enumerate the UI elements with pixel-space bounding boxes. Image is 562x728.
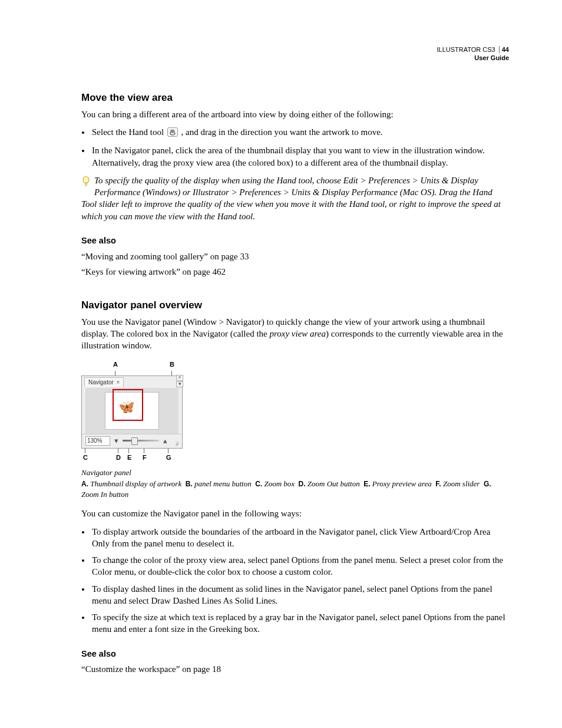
list-item: In the Navigator panel, click the area o…: [91, 144, 509, 169]
callout-label: A: [113, 360, 118, 369]
resize-grip-icon[interactable]: [173, 440, 178, 446]
callout-label: D: [116, 453, 121, 462]
legend-text: Zoom slider: [443, 479, 480, 488]
hand-tool-icon: [167, 127, 178, 140]
list-item: To display artwork outside the boundarie…: [91, 526, 509, 550]
slider-thumb[interactable]: [131, 437, 138, 445]
svg-point-1: [83, 176, 89, 183]
navigator-panel: × ▾ Navigator × 🦋 130%: [81, 375, 183, 449]
list-item: To display dashed lines in the document …: [91, 583, 509, 607]
panel-menu-icon[interactable]: ▾: [176, 381, 183, 387]
header-product: ILLUSTRATOR CS3: [437, 46, 495, 53]
navigator-figure: A B × ▾ Navigator ×: [81, 360, 185, 464]
tab-close-icon[interactable]: ×: [117, 379, 120, 386]
page-header: ILLUSTRATOR CS3 44 User Guide: [437, 46, 509, 62]
zoom-out-icon[interactable]: ▾: [113, 437, 120, 444]
list-item: To specify the size at which text is rep…: [91, 611, 509, 635]
see-also-link[interactable]: “Moving and zooming tool gallery” on pag…: [81, 251, 509, 262]
list-item: Select the Hand tool , and drag in the d…: [91, 126, 509, 140]
section2-intro: You use the Navigator panel (Window > Na…: [81, 316, 509, 352]
see-also-link[interactable]: “Keys for viewing artwork” on page 462: [81, 266, 509, 278]
header-page-number: 44: [499, 46, 509, 53]
thumbnail-display[interactable]: 🦋: [85, 388, 178, 434]
section2-customize-intro: You can customize the Navigator panel in…: [81, 508, 509, 519]
tip-text: To specify the quality of the display wh…: [81, 176, 501, 221]
artwork-thumbnail: 🦋: [118, 401, 134, 414]
section1-list: Select the Hand tool , and drag in the d…: [81, 126, 509, 169]
lightbulb-icon: [81, 176, 91, 190]
callout-label: F: [143, 453, 147, 462]
see-also-heading: See also: [81, 235, 509, 247]
close-icon[interactable]: ×: [176, 375, 183, 381]
bullet-text: Select the Hand tool: [92, 127, 166, 137]
bullet-text: , and drag in the direction you want the…: [181, 127, 383, 137]
zoom-slider[interactable]: [123, 440, 159, 442]
callout-label: B: [170, 360, 174, 369]
zoom-in-icon[interactable]: ▴: [161, 437, 169, 444]
legend-text: Zoom In button: [81, 490, 128, 499]
tip-paragraph: To specify the quality of the display wh…: [81, 174, 509, 222]
see-also-link[interactable]: “Customize the workspace” on page 18: [81, 663, 509, 675]
proxy-view-term: proxy view area: [269, 329, 326, 338]
header-subtitle: User Guide: [437, 54, 509, 62]
legend-text: panel menu button: [194, 479, 252, 488]
section-heading-navigator: Navigator panel overview: [81, 299, 509, 312]
section2-list: To display artwork outside the boundarie…: [81, 526, 509, 635]
figure-caption: Navigator panel: [81, 467, 509, 478]
tab-label: Navigator: [88, 379, 114, 386]
callout-label: E: [127, 453, 131, 462]
section1-intro: You can bring a different area of the ar…: [81, 108, 509, 120]
legend-text: Proxy preview area: [372, 479, 432, 488]
legend-text: Zoom box: [264, 479, 295, 488]
zoom-box[interactable]: 130%: [85, 436, 110, 446]
list-item: To change the color of the proxy view ar…: [91, 554, 509, 578]
callout-label: G: [166, 453, 171, 462]
navigator-tab[interactable]: Navigator ×: [84, 377, 124, 387]
legend-text: Zoom Out button: [308, 479, 360, 488]
callout-label: C: [83, 453, 88, 462]
see-also-heading: See also: [81, 648, 509, 660]
section-heading-move-view: Move the view area: [81, 91, 509, 105]
legend-text: Thumbnail display of artwork: [90, 479, 181, 488]
figure-legend: A. Thumbnail display of artwork B. panel…: [81, 479, 509, 499]
